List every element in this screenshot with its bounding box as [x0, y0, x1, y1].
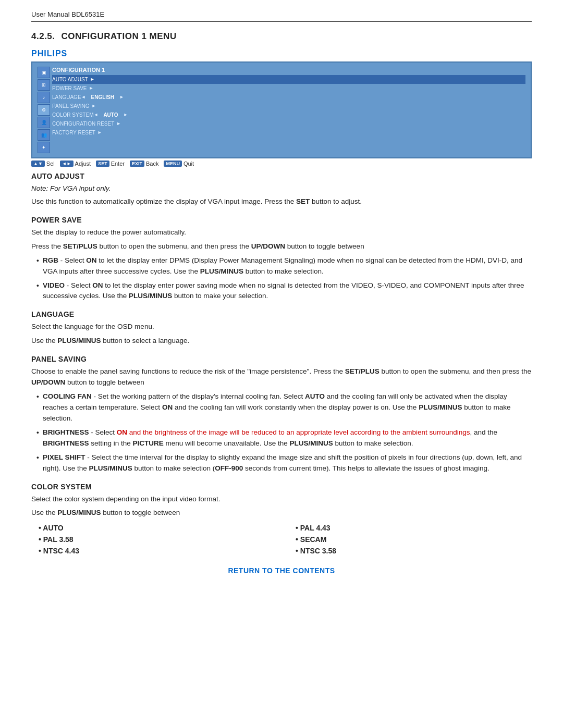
osd-icon-config: ⚙	[38, 104, 50, 116]
osd-menu-title: CONFIGURATION 1	[52, 67, 525, 73]
osd-screenshot: ▣ ⊞ ♪ ⚙ 👤 👥 ✦ CONFIGURATION 1 AUTO ADJUS…	[31, 61, 532, 158]
osd-icon-settings: ✦	[38, 142, 50, 153]
color-system-options: • AUTO • PAL 4.43 • PAL 3.58 • SECAM • N…	[39, 523, 532, 556]
panel-saving-cooling-fan: COOLING FAN - Set the working pattern of…	[36, 391, 532, 424]
auto-adjust-section: AUTO ADJUST Note: For VGA input only. Us…	[31, 172, 532, 207]
panel-saving-title: PANEL SAVING	[31, 355, 532, 363]
color-system-text1: Select the color system depending on the…	[31, 494, 532, 505]
color-system-text2: Use the PLUS/MINUS button to toggle betw…	[31, 508, 532, 519]
manual-title: User Manual BDL6531E	[31, 10, 104, 18]
language-section: LANGUAGE Select the language for the OSD…	[31, 310, 532, 347]
power-save-text2: Press the SET/PLUS button to open the su…	[31, 241, 532, 252]
osd-sidebar-icons: ▣ ⊞ ♪ ⚙ 👤 👥 ✦	[38, 67, 50, 153]
osd-footer-enter: SET Enter	[96, 161, 125, 167]
osd-footer-sel: ▲▼ Sel	[31, 161, 55, 167]
color-option-ntsc358: • NTSC 3.58	[296, 546, 532, 556]
panel-saving-text1: Choose to enable the panel saving functi…	[31, 366, 532, 388]
osd-footer: ▲▼ Sel ◄► Adjust SET Enter EXIT Back MEN…	[31, 161, 532, 167]
color-option-ntsc443: • NTSC 4.43	[39, 546, 275, 556]
language-title: LANGUAGE	[31, 310, 532, 318]
power-save-section: POWER SAVE Set the display to reduce the…	[31, 216, 532, 302]
osd-icon-screen: ⊞	[38, 79, 50, 91]
power-save-rgb: RGB - Select ON to let the display enter…	[36, 255, 532, 277]
osd-item-auto-adjust: AUTO ADJUST►	[52, 75, 525, 84]
osd-menu: CONFIGURATION 1 AUTO ADJUST► POWER SAVE►…	[52, 67, 525, 153]
color-option-secam: • SECAM	[296, 534, 532, 545]
color-option-pal443: • PAL 4.43	[296, 523, 532, 533]
osd-footer-back: EXIT Back	[130, 161, 158, 167]
power-save-list: RGB - Select ON to let the display enter…	[36, 255, 532, 302]
osd-item-language: LANGUAGE ◄ ENGLISH ►	[52, 93, 525, 102]
osd-footer-quit: MENU Quit	[164, 161, 194, 167]
language-text1: Select the language for the OSD menu.	[31, 322, 532, 332]
osd-icon-user1: 👤	[38, 117, 50, 128]
osd-icon-user2: 👥	[38, 129, 50, 141]
color-system-title: COLOR SYSTEM	[31, 483, 532, 491]
return-link[interactable]: RETURN TO THE CONTENTS	[31, 566, 532, 575]
page-header: User Manual BDL6531E	[31, 10, 532, 22]
auto-adjust-title: AUTO ADJUST	[31, 172, 532, 180]
osd-item-panel-saving: PANEL SAVING►	[52, 102, 525, 110]
power-save-text1: Set the display to reduce the power auto…	[31, 227, 532, 238]
osd-item-power-save: POWER SAVE►	[52, 84, 525, 93]
panel-saving-section: PANEL SAVING Choose to enable the panel …	[31, 355, 532, 474]
section-number: 4.2.5.	[31, 31, 55, 41]
power-save-title: POWER SAVE	[31, 216, 532, 224]
osd-footer-adjust: ◄► Adjust	[60, 161, 91, 167]
osd-item-color-system: COLOR SYSTEM ◄ AUTO ►	[52, 110, 525, 119]
panel-saving-brightness: BRIGHTNESS - Select ON and the brightnes…	[36, 427, 532, 449]
color-option-pal358: • PAL 3.58	[39, 534, 275, 545]
philips-logo: PHILIPS	[31, 49, 532, 58]
auto-adjust-text: Use this function to automatically optim…	[31, 196, 532, 207]
language-text2: Use the PLUS/MINUS button to select a la…	[31, 336, 532, 347]
section-title: CONFIGURATION 1 MENU	[61, 31, 176, 41]
osd-icon-picture: ▣	[38, 67, 50, 78]
power-save-video: VIDEO - Select ON to let the display ent…	[36, 280, 532, 302]
auto-adjust-note: Note: For VGA input only.	[31, 183, 532, 194]
osd-item-config-reset: CONFIGURATION RESET►	[52, 119, 525, 128]
panel-saving-pixel-shift: PIXEL SHIFT - Select the time interval f…	[36, 452, 532, 474]
color-system-section: COLOR SYSTEM Select the color system dep…	[31, 483, 532, 557]
panel-saving-list: COOLING FAN - Set the working pattern of…	[36, 391, 532, 474]
color-option-auto: • AUTO	[39, 523, 275, 533]
osd-icon-audio: ♪	[38, 92, 50, 103]
osd-item-factory-reset: FACTORY RESET►	[52, 128, 525, 137]
